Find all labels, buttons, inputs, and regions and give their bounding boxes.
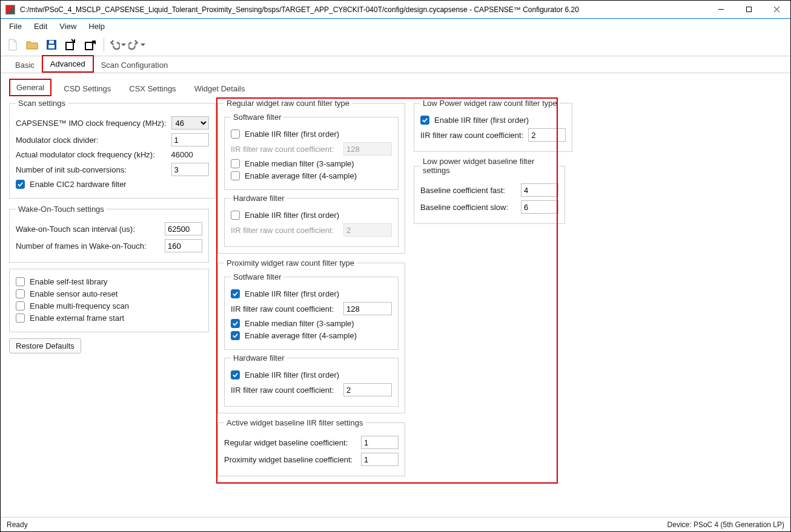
regular-sw-iir-checkbox[interactable] xyxy=(231,130,240,139)
menu-view[interactable]: View xyxy=(55,21,81,32)
svg-rect-6 xyxy=(49,41,54,44)
active-baseline-prox-input[interactable] xyxy=(361,453,399,466)
close-button[interactable] xyxy=(763,1,790,19)
open-file-icon[interactable] xyxy=(24,36,41,53)
misc-options-group: Enable self-test library Enable sensor a… xyxy=(9,269,209,332)
status-bar: Ready Device: PSoC 4 (5th Generation LP) xyxy=(1,517,790,531)
proximity-sw-iir-label: Enable IIR filter (first order) xyxy=(245,289,339,298)
active-baseline-legend: Active widget baseline IIR filter settin… xyxy=(224,418,365,427)
proximity-filter-group: Proximity widget raw count filter type S… xyxy=(217,258,405,413)
proximity-sw-iir-checkbox[interactable] xyxy=(231,289,240,298)
active-baseline-group: Active widget baseline IIR filter settin… xyxy=(217,418,405,476)
imo-freq-select[interactable]: 46 xyxy=(171,116,209,130)
regular-sw-iir-coef-input xyxy=(343,142,392,156)
redo-icon[interactable] xyxy=(128,36,145,53)
active-baseline-reg-input[interactable] xyxy=(361,436,399,449)
proximity-avg-label: Enable average filter (4-sample) xyxy=(245,331,357,340)
proximity-hw-iir-checkbox[interactable] xyxy=(231,370,240,379)
multi-freq-label: Enable multi-frequency scan xyxy=(30,301,129,310)
wot-legend: Wake-On-Touch settings xyxy=(16,205,107,214)
tab-general[interactable]: General xyxy=(9,79,51,96)
multi-freq-checkbox[interactable] xyxy=(16,301,25,310)
wot-interval-label: Wake-on-Touch scan interval (us): xyxy=(16,225,160,234)
regular-median-label: Enable median filter (3-sample) xyxy=(245,159,354,168)
tab-widget-details[interactable]: Widget Details xyxy=(188,81,251,96)
proximity-sw-iir-coef-label: IIR filter raw count coefficient: xyxy=(231,304,339,314)
wot-group: Wake-On-Touch settings Wake-on-Touch sca… xyxy=(9,205,209,263)
svg-rect-7 xyxy=(66,42,73,50)
regular-sw-filter-group: Software filter Enable IIR filter (first… xyxy=(224,113,399,190)
regular-avg-checkbox[interactable] xyxy=(231,171,240,180)
proximity-hw-iir-coef-label: IIR filter raw count coefficient: xyxy=(231,386,339,395)
proximity-median-label: Enable median filter (3-sample) xyxy=(245,319,354,328)
auto-reset-checkbox[interactable] xyxy=(16,289,25,298)
lowpower-iir-checkbox[interactable] xyxy=(420,116,429,125)
title-bar: C:/mtw/PSoC_4_MSCLP_CAPSENSE_Liquid_Tole… xyxy=(1,1,790,19)
active-baseline-prox-label: Proximity widget baseline coefficient: xyxy=(224,455,356,464)
maximize-button[interactable] xyxy=(735,1,763,19)
menu-edit[interactable]: Edit xyxy=(29,21,52,32)
regular-hw-iir-coef-input xyxy=(343,223,392,237)
tab-basic[interactable]: Basic xyxy=(8,57,42,73)
proximity-hw-iir-label: Enable IIR filter (first order) xyxy=(245,370,339,379)
undo-icon[interactable] xyxy=(109,36,126,53)
init-subconv-label: Number of init sub-conversions: xyxy=(16,165,167,174)
regular-sw-iir-label: Enable IIR filter (first order) xyxy=(245,130,339,139)
lowpower-baseline-fast-input[interactable] xyxy=(521,183,558,197)
tab-scan-configuration[interactable]: Scan Configuration xyxy=(94,57,176,73)
regular-median-checkbox[interactable] xyxy=(231,159,240,168)
lowpower-filter-group: Low Power widget raw count filter type E… xyxy=(414,99,572,152)
proximity-median-checkbox[interactable] xyxy=(231,319,240,328)
tab-advanced[interactable]: Advanced xyxy=(42,55,94,73)
proximity-avg-checkbox[interactable] xyxy=(231,331,240,340)
imo-freq-label: CAPSENSE™ IMO clock frequency (MHz): xyxy=(16,119,167,128)
minimize-button[interactable] xyxy=(707,1,735,19)
cic2-checkbox[interactable] xyxy=(16,180,25,189)
lowpower-filter-legend: Low Power widget raw count filter type xyxy=(420,99,560,108)
regular-hw-iir-checkbox[interactable] xyxy=(231,211,240,220)
mod-div-label: Modulator clock divider: xyxy=(16,136,167,145)
restore-defaults-button[interactable]: Restore Defaults xyxy=(9,338,81,353)
regular-hw-iir-label: Enable IIR filter (first order) xyxy=(245,211,339,220)
self-test-checkbox[interactable] xyxy=(16,277,25,286)
proximity-hw-filter-group: Hardware filter Enable IIR filter (first… xyxy=(224,353,399,407)
mod-div-input[interactable] xyxy=(171,133,209,146)
import-icon[interactable] xyxy=(62,36,79,53)
status-device: Device: PSoC 4 (5th Generation LP) xyxy=(667,521,784,529)
menu-help[interactable]: Help xyxy=(84,21,110,32)
svg-rect-8 xyxy=(85,42,93,50)
regular-sw-legend: Software filter xyxy=(231,113,283,122)
lowpower-baseline-slow-input[interactable] xyxy=(521,200,558,214)
init-subconv-input[interactable] xyxy=(171,163,209,176)
toolbar xyxy=(1,33,790,56)
auto-reset-label: Enable sensor auto-reset xyxy=(30,289,117,298)
proximity-hw-legend: Hardware filter xyxy=(231,353,287,363)
lowpower-iir-coef-input[interactable] xyxy=(528,128,566,142)
lowpower-iir-label: Enable IIR filter (first order) xyxy=(434,116,529,125)
proximity-hw-iir-coef-input[interactable] xyxy=(343,383,392,396)
tab-csx-settings[interactable]: CSX Settings xyxy=(123,81,182,96)
save-icon[interactable] xyxy=(43,36,60,53)
svg-rect-5 xyxy=(48,45,55,48)
proximity-sw-legend: Sotfware filter xyxy=(231,272,283,281)
window-title: C:/mtw/PSoC_4_MSCLP_CAPSENSE_Liquid_Tole… xyxy=(20,5,707,14)
scan-settings-legend: Scan settings xyxy=(16,99,68,108)
svg-rect-1 xyxy=(746,7,751,12)
regular-filter-legend: Regular widget raw count filter type xyxy=(224,99,352,108)
menu-file[interactable]: File xyxy=(4,21,27,32)
proximity-sw-iir-coef-input[interactable] xyxy=(343,302,392,315)
lowpower-iir-coef-label: IIR filter raw count coefficient: xyxy=(420,131,523,140)
self-test-label: Enable self-test library xyxy=(30,277,108,286)
regular-hw-legend: Hardware filter xyxy=(231,194,287,203)
wot-interval-input[interactable] xyxy=(165,222,202,235)
proximity-filter-legend: Proximity widget raw count filter type xyxy=(224,258,357,268)
ext-frame-checkbox[interactable] xyxy=(16,314,25,323)
regular-filter-group: Regular widget raw count filter type Sof… xyxy=(217,99,405,254)
new-file-icon[interactable] xyxy=(4,36,21,53)
regular-hw-filter-group: Hardware filter Enable IIR filter (first… xyxy=(224,194,399,247)
export-icon[interactable] xyxy=(82,36,99,53)
app-icon xyxy=(5,5,15,15)
tab-csd-settings[interactable]: CSD Settings xyxy=(58,81,117,96)
regular-avg-label: Enable average filter (4-sample) xyxy=(245,171,357,180)
wot-frames-input[interactable] xyxy=(165,239,202,252)
